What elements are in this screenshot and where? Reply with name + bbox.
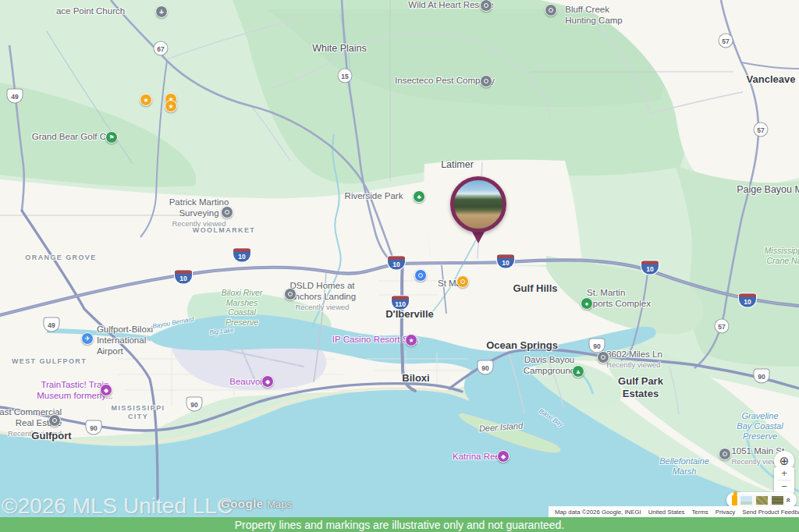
label-gulf-hills: Gulf Hills xyxy=(513,282,557,295)
label-beauvoir[interactable]: Beauvoir xyxy=(229,377,265,388)
property-photo xyxy=(450,176,506,232)
route-shield-57: 57 xyxy=(719,34,733,48)
label-patrick-martino-surveying[interactable]: Patrick MartinoSurveyingRecently viewed xyxy=(169,197,229,228)
label-st-martin-sports-complex[interactable]: St. MartinSports Complex xyxy=(587,288,651,310)
st-martin-poi[interactable] xyxy=(456,275,469,288)
riverside-park-poi[interactable]: ♣ xyxy=(413,190,425,203)
label-mississippi-city: MISSISSIPPICITY xyxy=(112,404,165,421)
church-poi[interactable]: + xyxy=(155,5,168,18)
airport-poi[interactable]: ✈ xyxy=(81,332,94,345)
label-bellefontaine-marsh: BellefontaineMarsh xyxy=(659,456,709,477)
label-diberville: D'Iberville xyxy=(385,308,434,321)
label-ocean-springs: Ocean Springs xyxy=(486,339,558,352)
route-shield-90: 90 xyxy=(590,339,605,353)
collapse-icon[interactable]: « xyxy=(784,498,794,502)
label-bluff-creek-hunting-camp[interactable]: Bluff CreekHunting Camp xyxy=(565,5,623,27)
label-davis-bayou-campground[interactable]: Davis BayouCampground xyxy=(524,355,575,377)
train-museum-poi[interactable]: ◆ xyxy=(100,384,112,396)
label-biloxi-bay: Biloxi Bay xyxy=(538,407,565,428)
route-shield-10: 10 xyxy=(175,271,192,284)
dsld-homes-poi[interactable] xyxy=(284,288,297,300)
label-vancleave: Vancleave xyxy=(747,73,796,86)
attribution-bar: Map data ©2026 Google, INEGI United Stat… xyxy=(549,506,799,517)
route-shield-10: 10 xyxy=(641,261,659,275)
country-text: United States xyxy=(648,509,685,516)
pegman-icon[interactable] xyxy=(732,495,737,505)
google-logo-text: Google xyxy=(221,497,264,510)
map-style-pill[interactable]: « xyxy=(726,492,797,508)
route-shield-67: 67 xyxy=(154,42,168,55)
map-label-layer: ace Point ChurchWild At Heart RescueBluf… xyxy=(0,0,799,532)
katrina-reef-poi[interactable]: ◆ xyxy=(497,450,510,463)
route-shield-15: 15 xyxy=(339,69,352,83)
label-big-lake: Big Lake xyxy=(209,327,234,337)
east-commercial-poi[interactable] xyxy=(48,414,61,427)
route-shield-10: 10 xyxy=(233,249,250,262)
label-biloxi: Biloxi xyxy=(402,372,429,385)
label-woolmarket: WOOLMARKET xyxy=(193,226,256,235)
golf-club-poi[interactable]: ⚑ xyxy=(105,131,118,144)
1051-main-st-poi[interactable] xyxy=(719,448,731,460)
zoom-controls[interactable]: + − xyxy=(774,467,794,494)
beauvoir-poi[interactable]: ◆ xyxy=(261,375,274,388)
ip-casino-poi[interactable]: ★ xyxy=(405,334,417,346)
feedback-link[interactable]: Send Product Feedback xyxy=(742,509,799,516)
route-shield-49: 49 xyxy=(8,90,23,103)
zoom-in-button[interactable]: + xyxy=(774,467,794,480)
label-white-plains: White Plains xyxy=(312,43,366,55)
route-shield-110: 110 xyxy=(392,296,409,310)
my-location-icon: ⊕ xyxy=(779,454,790,468)
terms-link[interactable]: Terms xyxy=(691,509,708,516)
label-3602-miles-ln[interactable]: 3602 Miles LnRecently viewed xyxy=(606,349,662,369)
sports-complex-poi[interactable]: ● xyxy=(581,297,593,310)
maps-logo-text: Maps xyxy=(267,498,292,510)
route-shield-49: 49 xyxy=(44,318,59,332)
label-deer-island: Deer Island xyxy=(478,420,523,434)
route-shield-10: 10 xyxy=(388,257,405,270)
label-west-gulfport: WEST GULFPORT xyxy=(12,357,87,366)
label-orange-grove: ORANGE GROVE xyxy=(25,254,96,262)
map-viewport[interactable]: ace Point ChurchWild At Heart RescueBluf… xyxy=(0,0,799,532)
route-shield-90: 90 xyxy=(755,370,769,383)
label-gulfport: Gulfport xyxy=(31,430,71,442)
label-dsld-homes[interactable]: DSLD Homes atAnchors LandingRecently vie… xyxy=(289,281,356,311)
map-thumbnail[interactable] xyxy=(740,495,753,505)
route-shield-10: 10 xyxy=(739,294,756,307)
route-shield-90: 90 xyxy=(478,361,493,374)
insecteco-pest-company-poi[interactable] xyxy=(480,75,492,87)
label-katrina-reef[interactable]: Katrina Reef xyxy=(453,452,502,463)
patrick-martino-surveying-poi[interactable] xyxy=(221,206,233,218)
bluff-creek-hunting-camp-poi[interactable] xyxy=(545,4,557,16)
route-shield-90: 90 xyxy=(187,398,202,411)
label-graveline-bay-preserve: GravelineBay CoastalPreserve xyxy=(737,411,783,442)
google-maps-logo[interactable]: Google Maps xyxy=(221,497,292,511)
label-mississippi-crane-refuge: MississippiCrane Na xyxy=(765,246,799,265)
route-shield-10: 10 xyxy=(497,255,514,268)
disclaimer-banner: Property lines and markings are illustra… xyxy=(0,517,799,532)
star-poi[interactable]: ★ xyxy=(140,94,152,106)
label-latimer: Latimer xyxy=(441,159,474,171)
property-pin-marker[interactable] xyxy=(450,176,506,232)
blue-dot-poi[interactable] xyxy=(414,269,427,282)
label-riverside-park[interactable]: Riverside Park xyxy=(345,191,403,202)
zoom-out-button[interactable]: − xyxy=(774,481,794,493)
route-shield-57: 57 xyxy=(716,320,729,333)
terrain-thumbnail[interactable] xyxy=(771,495,784,505)
campground-poi[interactable]: ▲ xyxy=(572,365,584,378)
route-shield-57: 57 xyxy=(755,123,768,137)
label-gulfport-biloxi-airport[interactable]: Gulfport-BiloxiInternationalAirport xyxy=(97,325,153,356)
disclaimer-text: Property lines and markings are illustra… xyxy=(235,519,565,531)
star-poi[interactable]: ★ xyxy=(165,100,177,112)
satellite-thumbnail[interactable] xyxy=(755,495,769,505)
map-data-text: Map data ©2026 Google, INEGI xyxy=(555,509,641,516)
label-paige-bayou: Paige Bayou Me xyxy=(737,184,799,196)
mls-watermark: ©2026 MLS United LLC xyxy=(2,494,233,519)
3602-miles-ln-poi[interactable] xyxy=(597,351,609,364)
label-gulf-park-estates: Gulf ParkEstates xyxy=(618,375,663,399)
label-bayou-bernard: Bayou Bernard xyxy=(152,316,194,331)
route-shield-90: 90 xyxy=(87,421,101,434)
privacy-link[interactable]: Privacy xyxy=(716,509,736,516)
label-grace-point-church[interactable]: ace Point Church xyxy=(56,6,125,17)
label-biloxi-river-marshes: Biloxi RiverMarshesCoastalPreserve xyxy=(222,288,263,327)
